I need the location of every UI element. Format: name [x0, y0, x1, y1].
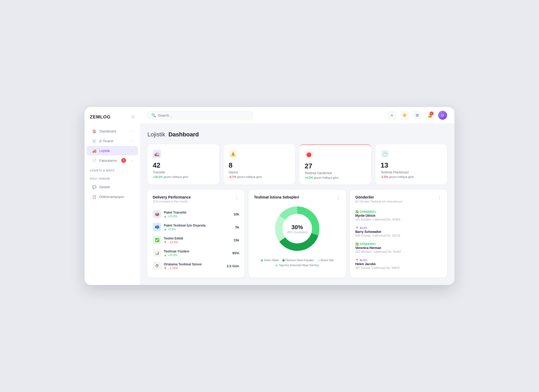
user-avatar[interactable]: U — [438, 111, 447, 120]
stat-card-header: 🚛 — [153, 150, 214, 158]
exception-reasons-panel: Teslimat İstisna Sebepleri ⋮ — [249, 190, 346, 278]
sidebar-section-label: CHARTS & MAPS — [85, 165, 140, 174]
page-title: Lojistik Dashboard — [147, 131, 447, 138]
faturalarim-icon: 📄 — [92, 158, 97, 163]
shipments-panel: Gönderiler 62 Gönderi Teslimat için Hazı… — [350, 190, 447, 278]
theme-button[interactable]: ☀️ — [400, 111, 409, 120]
stat-change-text: geçen haftaya göre — [314, 176, 339, 179]
notification-badge: 5 — [430, 112, 434, 116]
legend-dot — [276, 264, 278, 266]
perf-icon: 📊 — [153, 249, 161, 257]
legend-label: Adres Hatalı — [264, 259, 278, 262]
stat-change-text: geçen haftaya göre — [237, 175, 262, 178]
performance-items: 📦 Paket Transitte ▲ +25.8% 10k 📫 Paket T… — [153, 208, 239, 272]
donut-container: 30% AVG. Exceptions Adres Hatalı Olumsuz… — [254, 205, 340, 267]
search-bar[interactable]: 🔍 — [147, 111, 253, 119]
perf-change: ▲ +4.3% — [164, 228, 235, 231]
legend-label: Resmi Tatil — [321, 259, 334, 262]
header: 🔍 A ☀️ ⊞ 🔔 5 U — [140, 107, 454, 124]
perf-change: ▲ +35.6% — [164, 253, 232, 257]
shipment-item: ✅ GÖNDERICI Veronica Herman 162 Windsor,… — [355, 240, 442, 256]
stat-change-text: geçen haftaya göre — [389, 175, 414, 178]
sidebar-item-dashboard[interactable]: 🏠 Dashboard › — [87, 126, 138, 136]
stat-change-value: +4.3% — [305, 176, 313, 179]
panel-menu-button[interactable]: ⋮ — [437, 195, 442, 200]
clock-icon: ⏱ — [131, 115, 135, 119]
sidebar-item-dokumantasyon[interactable]: 📋 Dökümantasyon — [87, 192, 138, 201]
translate-button[interactable]: A — [387, 111, 396, 120]
shipment-type: ✅ GÖNDERICI — [355, 243, 442, 246]
nav-label: E-Ticaret — [99, 139, 113, 143]
stat-label: Teslimat Planlanıyor — [381, 170, 442, 174]
grid-button[interactable]: ⊞ — [413, 111, 422, 120]
legend-dot — [282, 259, 285, 261]
sidebar-item-eticaret[interactable]: 🛒 E-Ticaret › — [87, 136, 138, 146]
perf-name: Teslim Edildi — [164, 237, 234, 240]
stat-value: 27 — [305, 162, 366, 170]
stat-card-0: 🚛 42 Transitte +18.2% geçen haftaya göre — [147, 144, 219, 185]
stat-icon: 🔴 — [305, 150, 313, 159]
panel-menu-button[interactable]: ⋮ — [235, 195, 239, 200]
perf-value: 2.5 Gün — [227, 264, 239, 268]
sidebar-sections: CHARTS & MAPSHIZLI YARDIM 💬 Destek 📋 Dök… — [85, 165, 140, 202]
shipment-item: ✅ GÖNDERICI Myrtle Ullrich 101 Boulder, … — [355, 208, 442, 224]
panel-subtitle: 62 Gönderi Teslimat için Hazırlanıyor — [355, 200, 437, 203]
panel-menu-button[interactable]: ⋮ — [336, 195, 341, 200]
stat-card-1: ⚠️ 8 İstisna -8.7% geçen haftaya göre — [224, 144, 295, 185]
shipment-name: Barry Schowalter — [355, 230, 442, 234]
main-area: 🔍 A ☀️ ⊞ 🔔 5 U — [140, 107, 454, 285]
sun-icon: ☀️ — [402, 113, 407, 118]
receiver-icon: 📍 — [355, 259, 359, 262]
header-actions: A ☀️ ⊞ 🔔 5 U — [387, 111, 447, 120]
sender-icon: ✅ — [355, 243, 359, 246]
app-logo: ZEMLOG — [90, 114, 111, 120]
shipment-address: 487 Sunset, California(CA), 94043 — [355, 266, 442, 269]
perf-item: 📦 Paket Transitte ▲ +25.8% 10k — [153, 208, 239, 221]
dashboard-icon: 🏠 — [92, 129, 97, 133]
shipment-type: 📍 ALICI — [355, 259, 442, 262]
perf-item: ⏱ Ortalama Teslimat Süresi ▼ ↓ 2.15% 2.5… — [153, 260, 239, 272]
sidebar-item-destek[interactable]: 💬 Destek — [87, 182, 138, 192]
donut-legend: Adres Hatalı Olumsuz Hava Koşulları Resm… — [254, 259, 340, 267]
shipment-type: 📍 ALICI — [355, 227, 442, 229]
panel-title: Gönderiler — [355, 195, 437, 199]
shipment-name: Helen Jacobs — [355, 262, 442, 266]
dokumantasyon-icon: 📋 — [92, 194, 97, 199]
stat-card-2: 🔴 27 Teslimat Gecikmesi +4.3% geçen haft… — [299, 144, 371, 185]
donut-label: AVG. Exceptions — [287, 231, 307, 234]
donut-center: 30% AVG. Exceptions — [287, 224, 307, 234]
sidebar-item-lojistik[interactable]: 🚚 Lojistik › — [87, 146, 138, 155]
perf-item: 📫 Paket Teslimat İçin Dışarıda ▲ +4.3% 5… — [153, 221, 239, 234]
sidebar-item-faturalarim[interactable]: 📄 Faturalarım 4 › — [87, 156, 138, 165]
perf-name: Ortalama Teslimat Süresi — [164, 262, 227, 266]
nav-label: Faturalarım — [99, 159, 117, 163]
shipment-name: Veronica Herman — [355, 246, 442, 250]
perf-value: 5k — [235, 225, 239, 229]
translate-icon: A — [391, 113, 393, 117]
stat-change: +18.2% geçen haftaya göre — [153, 175, 214, 178]
panel-title-group: Teslimat İstisna Sebepleri — [254, 195, 336, 199]
nav-label: Dashboard — [99, 129, 116, 133]
stat-change-value: +18.2% — [153, 175, 163, 178]
chevron-icon: › — [132, 140, 133, 142]
search-icon: 🔍 — [151, 113, 156, 117]
perf-label: Ortalama Teslimat Süresi ▼ ↓ 2.15% — [164, 262, 227, 270]
sidebar-section-label: HIZLI YARDIM — [85, 174, 140, 182]
notifications-button[interactable]: 🔔 5 — [425, 111, 434, 120]
stat-value: 42 — [153, 161, 214, 169]
legend-label: Taşınma Sırasında Hasar Görmüş — [279, 264, 319, 267]
eticaret-icon: 🛒 — [92, 139, 97, 143]
stat-change: -2.5% geçen haftaya göre — [381, 175, 442, 178]
perf-name: Paket Teslimat İçin Dışarıda — [164, 224, 235, 227]
chevron-icon: › — [132, 149, 133, 152]
shipment-type: ✅ GÖNDERICI — [355, 210, 442, 213]
app-window: ZEMLOG ⏱ 🏠 Dashboard › 🛒 E-Ticaret › 🚚 L… — [85, 107, 454, 285]
stat-card-header: ⚠️ — [229, 150, 290, 158]
donut-chart: 30% AVG. Exceptions — [273, 205, 321, 252]
search-input[interactable] — [158, 113, 249, 117]
stat-icon: 🚛 — [153, 150, 161, 158]
stat-card-3: 🕐 13 Teslimat Planlanıyor -2.5% geçen ha… — [375, 144, 447, 185]
shipment-name: Myrtle Ullrich — [355, 214, 442, 218]
perf-change: ▲ +25.8% — [164, 215, 234, 218]
legend-dot — [261, 259, 263, 261]
